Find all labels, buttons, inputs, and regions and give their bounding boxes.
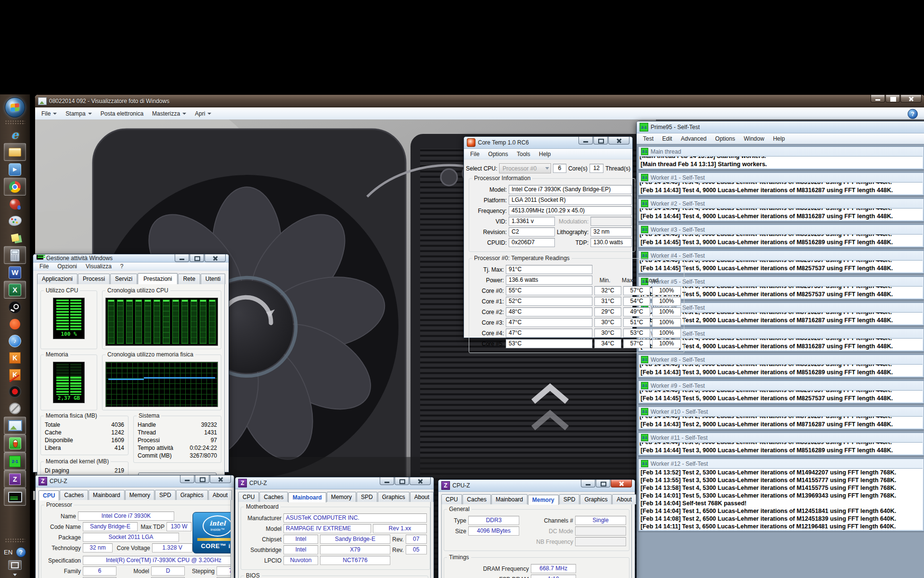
minimize-button[interactable] (578, 137, 593, 144)
photo-gallery-icon[interactable] (4, 196, 26, 212)
cpuz-titlebar[interactable]: Z CPU-Z (235, 477, 434, 489)
steam-icon[interactable] (4, 299, 26, 315)
worker-window[interactable]: 2-1 Worker #3 - Self-Test [Feb 14 14:45]… (638, 224, 924, 248)
cpuz-titlebar[interactable]: Z CPU-Z (438, 480, 635, 492)
tab[interactable]: SPD (357, 492, 377, 502)
paint-icon[interactable] (4, 212, 26, 229)
cpu-selector-dropdown[interactable]: Processor #0 (499, 163, 551, 173)
tab[interactable]: About (612, 494, 636, 504)
sticky-notes-icon[interactable] (4, 229, 26, 246)
photo-viewer-icon[interactable] (4, 417, 26, 434)
close-button[interactable] (205, 254, 226, 262)
minimize-button[interactable] (871, 95, 885, 103)
tab[interactable]: Caches (60, 490, 88, 500)
tab[interactable]: SPD (559, 494, 580, 504)
menu-item[interactable]: Masterizza (148, 110, 191, 118)
menu-item[interactable]: Edit (658, 135, 677, 143)
menu-item[interactable]: Window (739, 135, 769, 143)
menu-item[interactable]: ? (116, 263, 128, 270)
maximize-button[interactable] (886, 95, 900, 103)
worker-window[interactable]: 2-1 Worker #8 - Self-Test [Feb 14 14:43]… (638, 355, 924, 378)
close-button[interactable] (210, 475, 231, 483)
prime95-icon[interactable]: 2-1 (4, 452, 26, 470)
menu-item[interactable]: Stampa (61, 110, 96, 118)
photo-viewer-titlebar[interactable]: 08022014 092 - Visualizzatore foto di Wi… (35, 95, 924, 107)
tab[interactable]: SPD (155, 490, 176, 500)
media-player-icon[interactable]: ▶ (4, 161, 26, 178)
menu-item[interactable]: Visualizza (81, 263, 116, 270)
worker-window[interactable]: 2-1 Worker #9 - Self-Test [Feb 14 14:45]… (638, 381, 924, 404)
tab[interactable]: Mainboard (491, 494, 527, 504)
minimize-button[interactable] (180, 475, 194, 483)
tab[interactable]: Graphics (580, 494, 612, 504)
tab[interactable]: Memory (528, 495, 559, 505)
tab[interactable]: CPU (238, 492, 259, 502)
core-temp-titlebar[interactable]: Core Temp 1.0 RC6 (464, 137, 632, 149)
k-suite-off-icon[interactable]: K (4, 366, 26, 383)
worker-window[interactable]: 2-1 Worker #2 - Self-Test [Feb 14 14:44]… (638, 198, 924, 222)
recorder-icon[interactable] (4, 383, 26, 400)
taskbar-grip[interactable] (5, 538, 25, 543)
tab[interactable]: Caches (462, 494, 491, 504)
tab[interactable]: Caches (259, 492, 288, 502)
close-button[interactable] (611, 480, 632, 487)
system-monitor-icon[interactable] (4, 488, 26, 506)
menu-item[interactable]: Posta elettronica (96, 110, 148, 118)
cpu-z-icon[interactable]: Z (4, 470, 26, 488)
maximize-button[interactable] (395, 477, 409, 485)
menu-item[interactable]: Opzioni (53, 263, 81, 270)
tab[interactable]: Graphics (378, 492, 410, 502)
menu-item[interactable]: File (37, 110, 61, 118)
word-icon[interactable]: W (4, 264, 26, 281)
prime95-titlebar[interactable]: 2-1 Prime95 - Self-Test (637, 121, 924, 133)
tab[interactable]: Applicazioni (37, 274, 77, 284)
tab[interactable]: CPU (441, 494, 462, 504)
menu-item[interactable]: Help (535, 150, 555, 158)
menu-item[interactable]: Options (484, 150, 512, 158)
menu-item[interactable]: Test (639, 135, 658, 143)
language-indicator[interactable]: EN (4, 549, 13, 556)
tab[interactable]: CPU (38, 490, 59, 500)
origin-icon[interactable] (4, 315, 26, 332)
tab[interactable]: Prestazioni (138, 273, 178, 285)
minimize-button[interactable] (581, 480, 595, 487)
worker-window[interactable]: 2-1 Worker #11 - Self-Test [Feb 14 14:44… (638, 433, 924, 456)
close-button[interactable] (900, 95, 922, 103)
worker-window[interactable]: 2-1 Worker #1 - Self-Test [Feb 14 14:43]… (638, 172, 924, 196)
help-button[interactable]: ? (16, 547, 26, 557)
menu-item[interactable]: Apri (191, 110, 216, 118)
tab[interactable]: Mainboard (89, 490, 125, 500)
menu-item[interactable]: File (466, 150, 484, 158)
start-button[interactable] (5, 97, 25, 118)
worker-window[interactable]: 2-1 Worker #12 - Self-Test [Feb 14 13:52… (638, 459, 924, 531)
cpuz-titlebar[interactable]: Z CPU-Z (36, 475, 234, 487)
tab[interactable]: Servizi (110, 274, 137, 284)
task-manager-titlebar[interactable]: Gestione attività Windows (33, 254, 229, 263)
excel-icon[interactable]: X (4, 281, 26, 299)
worker-window[interactable]: 2-1 Worker #10 - Self-Test [Feb 14 14:43… (638, 407, 924, 430)
maximize-button[interactable] (596, 480, 610, 487)
tab[interactable]: Memory (125, 490, 154, 500)
main-thread-window[interactable]: 2-1 Main thread [Main thread Feb 14 13:1… (638, 146, 924, 170)
tab[interactable]: Graphics (176, 490, 208, 500)
minimize-button[interactable] (175, 254, 189, 262)
maximize-button[interactable] (195, 475, 209, 483)
help-button[interactable]: ? (908, 109, 918, 119)
menu-item[interactable]: File (35, 263, 53, 270)
calculator-icon[interactable] (4, 246, 26, 264)
menu-item[interactable]: Options (711, 135, 739, 143)
core-temp-icon[interactable] (4, 434, 26, 452)
tab[interactable]: Memory (327, 492, 356, 502)
maximize-button[interactable] (190, 254, 204, 262)
tab[interactable]: Rete (178, 274, 200, 284)
close-button[interactable] (608, 137, 629, 144)
menu-item[interactable]: Help (769, 135, 789, 143)
menu-item[interactable]: Tools (513, 150, 535, 158)
show-desktop-button[interactable] (8, 560, 22, 570)
itunes-icon[interactable]: ♪ (4, 332, 26, 349)
k-suite-icon[interactable]: K (4, 349, 26, 366)
maximize-button[interactable] (593, 137, 608, 144)
minimize-button[interactable] (380, 477, 394, 485)
tab[interactable]: Utenti (201, 274, 225, 284)
chrome-icon[interactable] (4, 178, 26, 196)
